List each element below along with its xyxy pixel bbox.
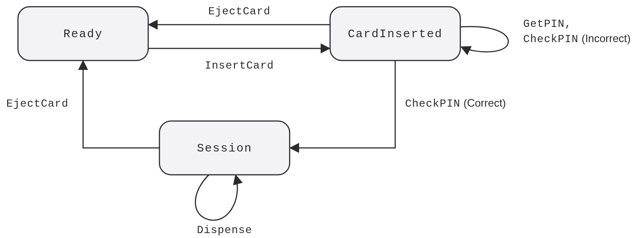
edge-ejectcard-left xyxy=(83,61,159,148)
state-ready-label: Ready xyxy=(63,27,103,41)
edge-checkpin-incorrect-label: CheckPIN (Incorrect) xyxy=(523,32,631,45)
state-card-inserted: CardInserted xyxy=(330,7,460,61)
state-diagram: Ready CardInserted Session EjectCard Ins… xyxy=(0,0,644,238)
edge-checkpin-incorrect xyxy=(460,26,508,52)
edge-dispense xyxy=(195,175,238,220)
edge-checkpin-correct-label: CheckPIN (Correct) xyxy=(405,97,506,110)
edge-checkpin-correct xyxy=(291,61,395,148)
edge-dispense-label: Dispense xyxy=(197,224,252,236)
edge-getpin-label: GetPIN, xyxy=(523,18,572,30)
edge-ejectcard-top-label: EjectCard xyxy=(208,5,271,17)
edge-insertcard-label: InsertCard xyxy=(205,60,274,72)
state-ready: Ready xyxy=(18,7,148,61)
state-session-label: Session xyxy=(197,142,252,155)
state-card-inserted-label: CardInserted xyxy=(348,27,442,41)
state-session: Session xyxy=(159,121,290,175)
edge-ejectcard-left-label: EjectCard xyxy=(6,98,69,110)
